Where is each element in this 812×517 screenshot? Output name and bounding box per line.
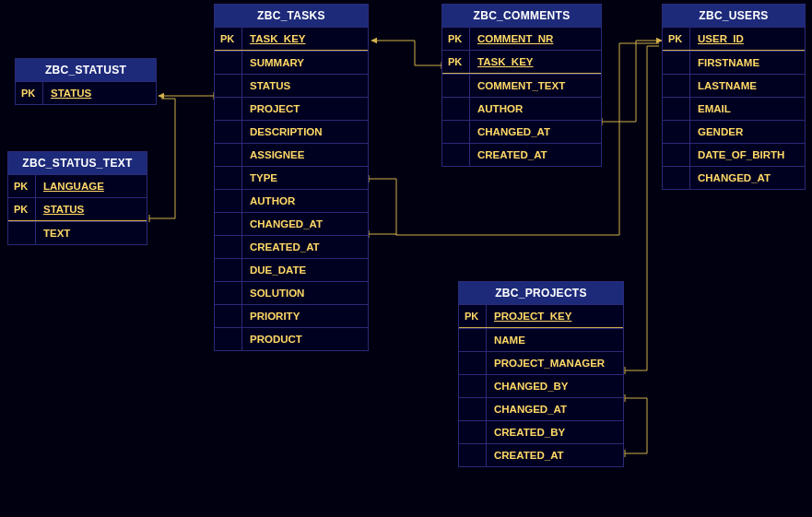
pk-indicator [215, 75, 242, 97]
entity-title: ZBC_STATUS_TEXT [8, 152, 147, 174]
table-row: NAME [459, 328, 623, 351]
column-name: DESCRIPTION [242, 121, 368, 143]
column-name: CREATED_AT [470, 144, 601, 166]
pk-indicator [663, 167, 690, 189]
entity-zbc-comments: ZBC_COMMENTS PK COMMENT_NR PK TASK_KEY C… [441, 4, 602, 167]
table-row: PK TASK_KEY [442, 50, 601, 73]
table-row: CHANGED_BY [459, 374, 623, 397]
rel-projects-createdby-to-users [625, 398, 647, 453]
entity-title: ZBC_PROJECTS [459, 282, 623, 304]
table-row: CHANGED_AT [459, 397, 623, 420]
column-name: LASTNAME [690, 75, 805, 97]
rel-comments-author-to-users [602, 41, 662, 122]
table-row: GENDER [663, 120, 805, 143]
pk-indicator: PK [442, 28, 470, 50]
entity-zbc-projects: ZBC_PROJECTS PK PROJECT_KEY NAME PROJECT… [458, 281, 624, 467]
pk-indicator: PK [663, 28, 690, 50]
column-name: COMMENT_TEXT [470, 75, 601, 97]
table-row: CREATED_AT [215, 235, 368, 258]
entity-zbc-users: ZBC_USERS PK USER_ID FIRSTNAME LASTNAME … [662, 4, 806, 190]
pk-indicator [459, 329, 487, 351]
table-row: EMAIL [663, 97, 805, 120]
column-name: LANGUAGE [36, 175, 147, 197]
entity-zbc-status-text: ZBC_STATUS_TEXT PK LANGUAGE PK STATUS TE… [7, 151, 147, 245]
table-row: LASTNAME [663, 74, 805, 97]
column-name: USER_ID [690, 28, 805, 50]
pk-indicator [215, 236, 242, 258]
table-row: PRODUCT [215, 327, 368, 350]
column-name: TASK_KEY [470, 51, 601, 73]
entity-zbc-tasks: ZBC_TASKS PK TASK_KEY SUMMARY STATUS PRO… [214, 4, 369, 351]
pk-indicator [442, 121, 470, 143]
table-row: CREATED_BY [459, 420, 623, 443]
table-row: PK STATUS [16, 81, 156, 104]
pk-indicator [215, 328, 242, 350]
rel-comments-taskkey-to-tasks [371, 41, 441, 65]
column-name: CHANGED_AT [690, 167, 805, 189]
table-row: ASSIGNEE [215, 143, 368, 166]
column-name: PROJECT [242, 98, 368, 120]
pk-indicator [663, 75, 690, 97]
column-name: COMMENT_NR [470, 28, 601, 50]
column-name: PRIORITY [242, 305, 368, 327]
table-row: DUE_DATE [215, 258, 368, 281]
pk-indicator: PK [215, 28, 242, 50]
table-row: PK LANGUAGE [8, 174, 147, 197]
pk-indicator [215, 98, 242, 120]
column-name: CREATED_AT [242, 236, 368, 258]
table-row: SUMMARY [215, 51, 368, 74]
column-name: ASSIGNEE [242, 144, 368, 166]
rel-tasks-author-to-users [369, 234, 396, 235]
table-row: PK PROJECT_KEY [459, 304, 623, 327]
pk-indicator [215, 259, 242, 281]
column-name: CREATED_BY [487, 421, 623, 443]
pk-indicator [459, 398, 487, 420]
pk-indicator [215, 282, 242, 304]
pk-indicator [442, 144, 470, 166]
column-name: TASK_KEY [242, 28, 368, 50]
table-row: PROJECT_MANAGER [459, 351, 623, 374]
column-name: STATUS [43, 82, 156, 104]
table-row: TYPE [215, 166, 368, 189]
pk-indicator [663, 98, 690, 120]
entity-title: ZBC_COMMENTS [442, 5, 601, 27]
column-name: AUTHOR [242, 190, 368, 212]
pk-indicator [215, 167, 242, 189]
pk-indicator [459, 352, 487, 374]
table-row: CHANGED_AT [442, 120, 601, 143]
table-row: PK USER_ID [663, 27, 805, 50]
table-row: PROJECT [215, 97, 368, 120]
column-name: SOLUTION [242, 282, 368, 304]
pk-indicator [215, 190, 242, 212]
table-row: DATE_OF_BIRTH [663, 143, 805, 166]
pk-indicator [215, 144, 242, 166]
entity-title: ZBC_STATUST [16, 59, 156, 81]
pk-indicator [442, 98, 470, 120]
pk-indicator [215, 305, 242, 327]
pk-indicator [663, 52, 690, 74]
table-row: CHANGED_AT [663, 166, 805, 189]
column-name: CHANGED_AT [487, 398, 623, 420]
pk-indicator [663, 144, 690, 166]
rel-projects-pm-to-users [625, 46, 659, 370]
pk-indicator [459, 444, 487, 466]
column-name: CHANGED_BY [487, 375, 623, 397]
column-name: CHANGED_AT [242, 213, 368, 235]
table-row: DESCRIPTION [215, 120, 368, 143]
column-name: AUTHOR [470, 98, 601, 120]
table-row: AUTHOR [442, 97, 601, 120]
table-row: PK TASK_KEY [215, 27, 368, 50]
entity-title: ZBC_TASKS [215, 5, 368, 27]
table-row: PK STATUS [8, 197, 147, 220]
pk-indicator [215, 52, 242, 74]
pk-indicator: PK [442, 51, 470, 73]
column-name: SUMMARY [242, 52, 368, 74]
table-row: FIRSTNAME [663, 51, 805, 74]
column-name: STATUS [36, 198, 147, 220]
pk-indicator: PK [8, 175, 36, 197]
pk-indicator: PK [16, 82, 43, 104]
column-name: PROJECT_MANAGER [487, 352, 623, 374]
table-row: COMMENT_TEXT [442, 74, 601, 97]
column-name: TEXT [36, 222, 147, 244]
entity-title: ZBC_USERS [663, 5, 805, 27]
